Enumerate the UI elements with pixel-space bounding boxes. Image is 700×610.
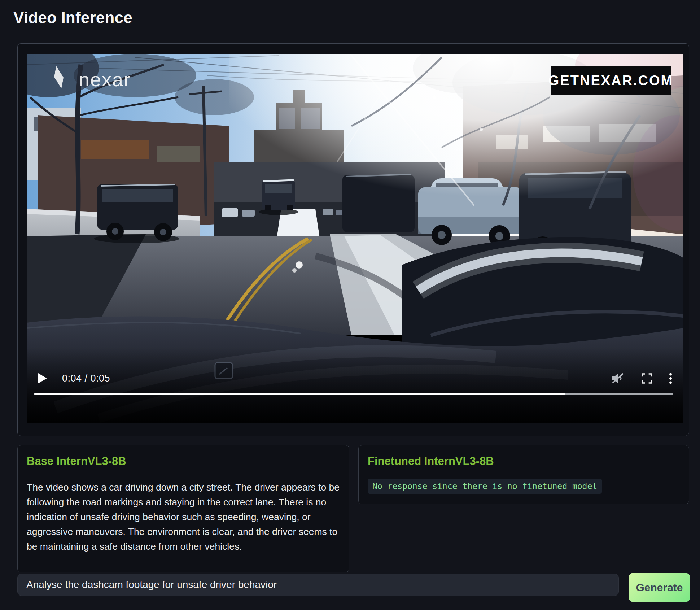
generate-button[interactable]: Generate	[629, 573, 690, 602]
finetuned-model-panel: Finetuned InternVL3-8B No response since…	[358, 445, 689, 504]
volume-muted-icon[interactable]	[611, 372, 625, 384]
video-controls-shade	[27, 348, 683, 423]
page-title: Video Inference	[13, 9, 132, 27]
video-time-display: 0:04 / 0:05	[62, 373, 110, 384]
dashcam-video-frame[interactable]: nexar GETNEXAR.COM 0:04 / 0:05	[27, 54, 683, 423]
base-model-panel: Base InternVL3-8B The video shows a car …	[17, 445, 349, 572]
video-card: nexar GETNEXAR.COM 0:04 / 0:05	[17, 43, 689, 436]
video-progress-played	[34, 393, 565, 395]
getnexar-banner: GETNEXAR.COM	[551, 66, 671, 95]
base-model-response: The video shows a car driving down a cit…	[27, 480, 340, 554]
fullscreen-icon[interactable]	[641, 373, 652, 384]
play-icon[interactable]	[38, 373, 47, 383]
finetuned-model-message: No response since there is no finetuned …	[368, 479, 602, 494]
base-model-title: Base InternVL3-8B	[27, 455, 340, 468]
prompt-input[interactable]	[17, 574, 619, 596]
vertical-dots-icon[interactable]	[669, 373, 672, 384]
finetuned-model-title: Finetuned InternVL3-8B	[368, 455, 680, 468]
video-progress-track[interactable]	[34, 393, 673, 395]
